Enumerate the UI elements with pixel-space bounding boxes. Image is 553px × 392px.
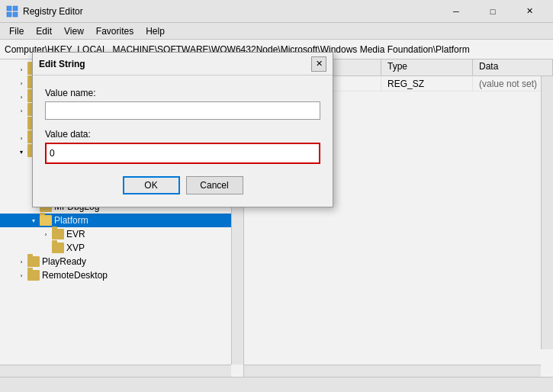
modal-overlay: Edit String ✕ Value name: Value data: OK… xyxy=(0,0,553,392)
value-data-label: Value data: xyxy=(45,129,320,140)
modal-title-bar: Edit String ✕ xyxy=(33,53,333,76)
edit-string-dialog: Edit String ✕ Value name: Value data: OK… xyxy=(32,52,333,207)
value-name-label: Value name: xyxy=(45,88,320,98)
cancel-button[interactable]: Cancel xyxy=(186,176,243,194)
value-data-input[interactable] xyxy=(45,143,320,164)
value-name-input[interactable] xyxy=(45,101,320,120)
modal-body: Value name: Value data: OK Cancel xyxy=(33,76,333,207)
modal-buttons: OK Cancel xyxy=(45,176,320,194)
modal-close-button[interactable]: ✕ xyxy=(311,56,326,72)
modal-title: Edit String xyxy=(39,59,85,69)
ok-button[interactable]: OK xyxy=(123,176,180,194)
